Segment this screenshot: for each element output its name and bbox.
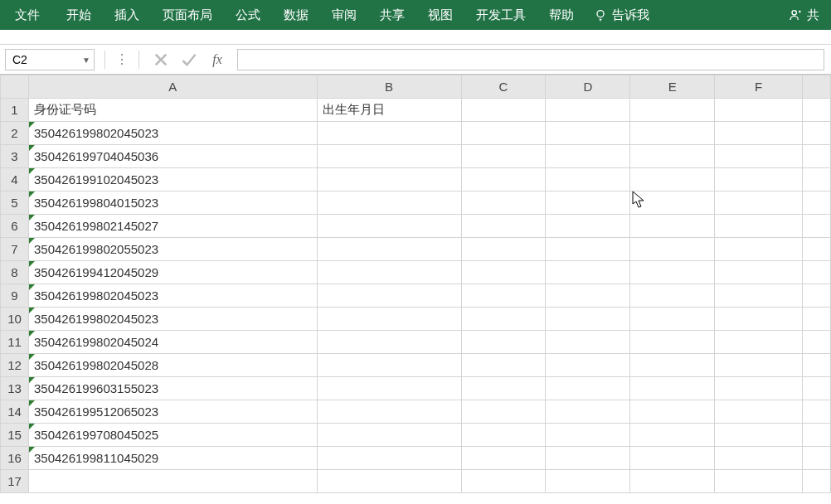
cell-F3[interactable] [715,145,803,168]
cell-B9[interactable] [317,284,461,308]
cell-E12[interactable] [630,354,715,377]
cell-D4[interactable] [546,168,630,191]
cell-A15[interactable]: 350426199708045025 [28,424,317,447]
cell-G11[interactable] [803,331,831,354]
cell-C12[interactable] [461,354,546,377]
column-header-end[interactable] [803,75,831,99]
cell-G14[interactable] [803,400,831,424]
tab-page-layout[interactable]: 页面布局 [151,0,224,30]
spreadsheet-grid[interactable]: ABCDEF1身份证号码出生年月日23504261998020450233350… [0,75,831,504]
name-box[interactable]: C2 ▼ [5,49,95,70]
cell-G15[interactable] [803,424,831,447]
column-header-A[interactable]: A [28,75,317,99]
cell-A2[interactable]: 350426199802045023 [28,122,317,145]
confirm-button[interactable] [181,51,197,68]
cell-A10[interactable]: 350426199802045023 [28,308,317,331]
cell-B7[interactable] [317,238,461,261]
tab-home[interactable]: 开始 [55,0,103,30]
tab-review[interactable]: 审阅 [320,0,368,30]
cell-C11[interactable] [461,331,546,354]
cell-F17[interactable] [715,470,803,493]
cell-E7[interactable] [630,238,715,261]
row-header-6[interactable]: 6 [1,215,29,238]
cell-D13[interactable] [546,377,630,400]
cell-C9[interactable] [461,284,546,308]
cell-C8[interactable] [461,261,546,284]
cell-E5[interactable] [630,191,715,215]
cell-D15[interactable] [546,424,630,447]
cell-F4[interactable] [715,168,803,191]
cell-A11[interactable]: 350426199802045024 [28,331,317,354]
cell-G13[interactable] [803,377,831,400]
cell-E11[interactable] [630,331,715,354]
row-header-17[interactable]: 17 [1,470,29,493]
cell-B15[interactable] [317,424,461,447]
row-header-14[interactable]: 14 [1,400,29,424]
cell-B14[interactable] [317,400,461,424]
column-header-B[interactable]: B [317,75,461,99]
cell-F1[interactable] [715,99,803,122]
cell-C3[interactable] [461,145,546,168]
cell-D12[interactable] [546,354,630,377]
cell-C1[interactable] [461,99,546,122]
cell-E14[interactable] [630,400,715,424]
row-header-9[interactable]: 9 [1,284,29,308]
column-header-E[interactable]: E [630,75,715,99]
cell-G8[interactable] [803,261,831,284]
cell-F12[interactable] [715,354,803,377]
cell-E13[interactable] [630,377,715,400]
tab-formulas[interactable]: 公式 [224,0,272,30]
cell-D5[interactable] [546,191,630,215]
cell-E17[interactable] [630,470,715,493]
cell-F2[interactable] [715,122,803,145]
cell-G6[interactable] [803,215,831,238]
cell-B1[interactable]: 出生年月日 [317,99,461,122]
cell-F15[interactable] [715,424,803,447]
row-header-16[interactable]: 16 [1,447,29,470]
cell-C13[interactable] [461,377,546,400]
row-header-11[interactable]: 11 [1,331,29,354]
cell-C14[interactable] [461,400,546,424]
tellme[interactable]: 告诉我 [586,7,658,23]
cell-B2[interactable] [317,122,461,145]
cell-C15[interactable] [461,424,546,447]
cell-G7[interactable] [803,238,831,261]
cell-E15[interactable] [630,424,715,447]
cell-A12[interactable]: 350426199802045028 [28,354,317,377]
cell-G5[interactable] [803,191,831,215]
cell-D8[interactable] [546,261,630,284]
cell-E2[interactable] [630,122,715,145]
select-all-corner[interactable] [1,75,29,99]
cell-B11[interactable] [317,331,461,354]
cell-A3[interactable]: 350426199704045036 [28,145,317,168]
cell-G10[interactable] [803,308,831,331]
cell-G17[interactable] [803,470,831,493]
row-header-1[interactable]: 1 [1,99,29,122]
tab-help[interactable]: 帮助 [537,0,586,30]
cell-A14[interactable]: 350426199512065023 [28,400,317,424]
cell-D10[interactable] [546,308,630,331]
column-header-F[interactable]: F [715,75,803,99]
cell-G9[interactable] [803,284,831,308]
cell-C7[interactable] [461,238,546,261]
cell-D2[interactable] [546,122,630,145]
row-header-4[interactable]: 4 [1,168,29,191]
cell-D16[interactable] [546,447,630,470]
cell-B3[interactable] [317,145,461,168]
cell-B6[interactable] [317,215,461,238]
cell-C16[interactable] [461,447,546,470]
cell-B13[interactable] [317,377,461,400]
cell-A7[interactable]: 350426199802055023 [28,238,317,261]
row-header-13[interactable]: 13 [1,377,29,400]
cell-F6[interactable] [715,215,803,238]
cell-G3[interactable] [803,145,831,168]
cell-B10[interactable] [317,308,461,331]
cell-D1[interactable] [546,99,630,122]
cell-A1[interactable]: 身份证号码 [28,99,317,122]
row-header-15[interactable]: 15 [1,424,29,447]
row-header-10[interactable]: 10 [1,308,29,331]
tab-developer[interactable]: 开发工具 [464,0,537,30]
column-header-C[interactable]: C [461,75,546,99]
cell-A13[interactable]: 350426199603155023 [28,377,317,400]
cell-G2[interactable] [803,122,831,145]
